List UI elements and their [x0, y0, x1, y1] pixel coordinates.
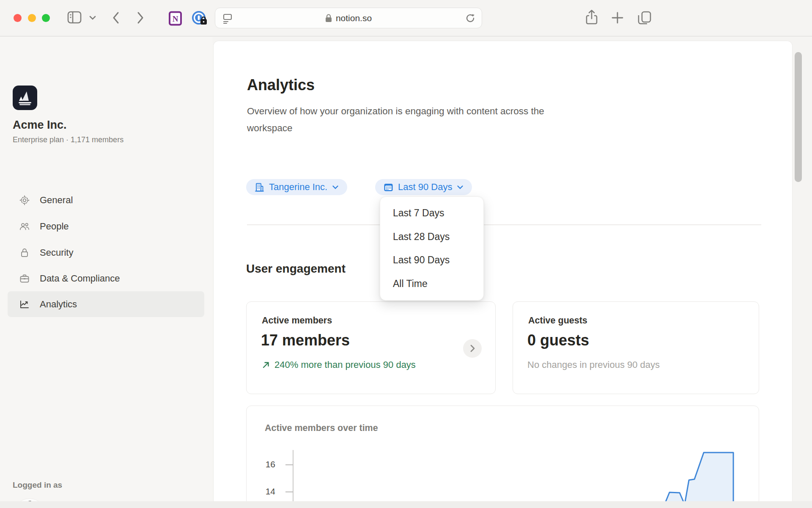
trend-chart-icon: [19, 299, 30, 309]
sidebar-item-label: General: [40, 195, 73, 206]
sidebar-item-general[interactable]: General: [8, 187, 204, 213]
date-range-dropdown-menu: Last 7 Days Last 28 Days Last 90 Days Al…: [380, 196, 484, 301]
card-value: 17 members: [261, 331, 350, 349]
sidebar-item-label: Analytics: [40, 299, 77, 310]
window-bottom-edge: [0, 501, 812, 508]
settings-sidebar: Acme Inc. Enterprise plan · 1,171 member…: [0, 37, 213, 508]
sidebar-item-label: Security: [40, 247, 73, 258]
reload-icon[interactable]: [465, 13, 476, 25]
card-note-text: 240% more than previous 90 days: [274, 359, 416, 370]
org-plan-members: Enterprise plan · 1,171 members: [13, 135, 123, 144]
sidebar-item-people[interactable]: People: [8, 213, 204, 239]
sidebar-item-analytics[interactable]: Analytics: [8, 291, 204, 317]
menu-item-last-90-days[interactable]: Last 90 Days: [384, 250, 480, 271]
page-description: Overview of how your organization is eng…: [247, 103, 573, 137]
sidebar-item-security[interactable]: Security: [8, 240, 204, 265]
new-tab-button[interactable]: [611, 11, 624, 25]
chevron-down-icon: [457, 185, 464, 190]
org-name: Acme Inc.: [13, 119, 67, 132]
org-logo: [13, 86, 37, 110]
active-members-card: Active members 17 members 240% more than…: [246, 301, 496, 394]
sailboat-icon: [16, 89, 33, 106]
card-label: Active members: [262, 315, 332, 326]
sidebar-item-label: People: [40, 221, 69, 232]
logged-in-as-label: Logged in as: [13, 480, 62, 490]
area-chart: [247, 406, 759, 502]
section-title: User engagement: [246, 262, 346, 276]
card-detail-button[interactable]: [463, 339, 482, 358]
card-note: No changes in previous 90 days: [527, 359, 660, 370]
chevron-right-icon: [469, 344, 476, 353]
forward-button[interactable]: [135, 10, 145, 25]
menu-item-all-time[interactable]: All Time: [384, 273, 480, 294]
building-icon: [255, 182, 264, 192]
people-icon: [19, 221, 30, 232]
gear-icon: [19, 195, 30, 205]
menu-item-last-7-days[interactable]: Last 7 Days: [384, 203, 480, 224]
section-divider: [247, 224, 761, 225]
chevron-down-icon[interactable]: [89, 15, 96, 20]
svg-text:N: N: [173, 14, 178, 23]
minimize-window-button[interactable]: [28, 14, 36, 22]
date-range-filter-button[interactable]: Last 90 Days: [375, 179, 472, 195]
lock-icon: [19, 248, 30, 258]
date-range-filter-label: Last 90 Days: [398, 182, 452, 193]
briefcase-icon: [19, 273, 30, 284]
active-members-chart-card: Active members over time 16 14: [246, 406, 759, 508]
workspace-filter-button[interactable]: Tangerine Inc.: [246, 179, 347, 195]
active-guests-card: Active guests 0 guests No changes in pre…: [513, 301, 759, 394]
url-text: notion.so: [336, 13, 372, 23]
scrollbar-thumb[interactable]: [795, 52, 802, 182]
password-manager-extension-icon[interactable]: [191, 10, 208, 27]
lock-icon: [325, 14, 332, 22]
sidebar-item-data-compliance[interactable]: Data & Compliance: [8, 265, 204, 291]
zoom-window-button[interactable]: [42, 14, 50, 22]
sidebar-item-label: Data & Compliance: [40, 273, 120, 284]
chevron-down-icon: [332, 185, 339, 190]
card-note: 240% more than previous 90 days: [262, 359, 416, 370]
card-label: Active guests: [528, 315, 587, 326]
page-title: Analytics: [247, 76, 315, 94]
sidebar-toggle-icon[interactable]: [67, 10, 83, 25]
back-button[interactable]: [111, 10, 121, 25]
notion-extension-icon[interactable]: N: [168, 11, 182, 26]
trend-up-icon: [262, 361, 270, 369]
calendar-icon: [384, 182, 393, 192]
card-value: 0 guests: [527, 331, 589, 349]
tab-overview-button[interactable]: [637, 10, 652, 25]
workspace-filter-label: Tangerine Inc.: [269, 182, 327, 193]
address-bar[interactable]: notion.so: [215, 8, 482, 28]
menu-item-last-28-days[interactable]: Last 28 Days: [384, 226, 480, 247]
browser-toolbar: N notion.so: [0, 0, 812, 36]
share-button[interactable]: [585, 9, 598, 26]
close-window-button[interactable]: [14, 14, 22, 22]
